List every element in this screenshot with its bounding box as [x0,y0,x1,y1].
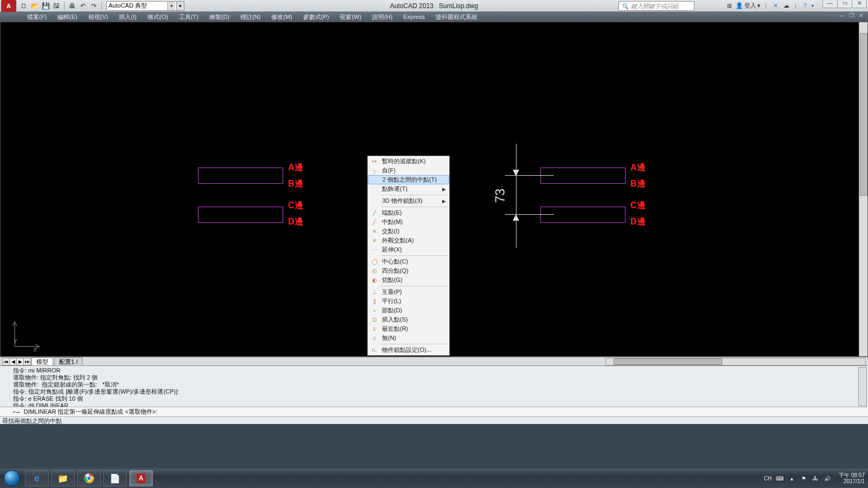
saveas-icon[interactable]: 🖫 [52,2,61,10]
save-icon[interactable]: 💾 [41,2,50,10]
new-icon[interactable]: 🗋 [20,2,28,10]
ctx-nearest[interactable]: ⅄最近點(R) [368,324,449,333]
tray-date: 2017/1/1 [839,478,865,484]
app-logo[interactable]: A [1,0,16,12]
tab-first-button[interactable]: ⏮ [2,358,10,365]
ctx-extension[interactable]: ⋯延伸(X) [368,245,449,254]
ctx-apparent-int[interactable]: ✕外觀交點(A) [368,236,449,245]
window-title: AutoCAD 2013 SumLisp.dwg [390,2,478,10]
center-icon: ◯ [370,258,379,266]
workspace-combo[interactable]: AutoCAD 典型 [106,1,177,11]
doc-minimize-button[interactable]: — [837,12,846,20]
tray-keyboard-icon[interactable]: ⌨ [776,474,783,482]
signin-button[interactable]: 👤 登入 ▾ [736,2,761,10]
ctx-3dosnap[interactable]: 3D 物件鎖點(3)▶ [368,196,449,206]
workspace-dropdown-button[interactable]: ▾ [177,1,184,11]
redo-icon[interactable]: ↷ [90,2,98,10]
tray-flag-icon[interactable]: ⚑ [800,474,807,482]
rect-right-bottom[interactable] [540,207,626,223]
ctx-endpoint[interactable]: ╱端點(E) [368,208,449,217]
help-icon[interactable]: ? [801,1,809,10]
tray-clock[interactable]: 下午 08:57 2017/1/1 [839,472,865,484]
rect-left-bottom[interactable] [198,207,283,223]
ctx-midbetween[interactable]: 2 個點之間的中點(T) [368,175,449,184]
ctx-insert[interactable]: ⊡插入點(S) [368,315,449,324]
ctx-sep [381,255,448,256]
taskbar-autocad[interactable]: A [129,470,153,486]
ctx-midpoint[interactable]: ╱中點(M) [368,217,449,227]
close-button[interactable]: ✕ [852,0,867,8]
ctx-temp-track[interactable]: ↦暫時的追蹤點(K) [368,157,449,166]
maximize-button[interactable]: ▭ [837,0,852,8]
scrollbar-thumb[interactable] [860,33,867,196]
doc-restore-button[interactable]: ❐ [846,12,856,20]
ctx-pointfilters[interactable]: 點飾選(T)▶ [368,184,449,194]
ctx-quadrant[interactable]: ◴四分點(Q) [368,266,449,275]
plot-icon[interactable]: 🖶 [68,2,76,10]
label-right-b: B邊 [630,178,646,190]
menu-parametric[interactable]: 參數式(P) [298,12,335,22]
ctx-osnap-settings[interactable]: n.物件鎖點設定(O)... [368,345,449,355]
taskbar-ie[interactable]: e [25,470,49,486]
menu-custom[interactable]: 捷科圖程式系統 [430,12,483,22]
undo-icon[interactable]: ↶ [79,2,87,10]
menu-express[interactable]: Express [398,12,430,22]
menu-file[interactable]: 檔案(F) [22,12,52,22]
ctx-from[interactable]: ┌自(F) [368,166,449,175]
taskbar-notepad[interactable]: 📄 [103,470,127,486]
ctx-perpendicular[interactable]: ⊥互垂(P) [368,287,449,297]
stayconnected-icon[interactable]: ☁ [782,1,790,10]
menu-modify[interactable]: 修改(M) [266,12,298,22]
menu-draw[interactable]: 繪製(D) [204,12,235,22]
ctx-node[interactable]: ∘節點(D) [368,306,449,315]
menu-insert[interactable]: 插入(I) [113,12,142,22]
ctx-none[interactable]: ⦸無(N) [368,333,449,343]
menu-format[interactable]: 格式(O) [142,12,174,22]
ctx-parallel[interactable]: ∥平行(L) [368,297,449,306]
exchange-icon[interactable]: ✕ [771,1,780,10]
workspace-combo-value: AutoCAD 典型 [108,2,147,10]
menu-dimension[interactable]: 標註(N) [235,12,266,22]
tab-next-button[interactable]: ▶ [16,358,24,365]
taskbar-explorer[interactable]: 📁 [51,470,75,486]
tab-model[interactable]: 模型 [31,357,53,365]
ctx-center[interactable]: ◯中心點(C) [368,257,449,266]
menu-view[interactable]: 檢視(V) [83,12,114,22]
menu-tools[interactable]: 工具(T) [174,12,204,22]
dim-vertical-line [516,144,516,248]
ctx-intersection[interactable]: ✕交點(I) [368,227,449,236]
infocenter-icon[interactable]: ⊞ [725,1,733,10]
tray-up-icon[interactable]: ▴ [788,474,795,482]
command-history-text: 指令: mi MIRROR 選取物件: 指定對角點: 找到 2 個 選取物件: … [13,367,179,407]
tray-network-icon[interactable]: 🖧 [812,474,819,482]
tab-last-button[interactable]: ⏭ [23,358,31,365]
quick-access-toolbar: 🗋 📂 💾 🖫 🖶 ↶ ↷ [20,2,103,10]
rect-left-top[interactable] [198,168,283,184]
scrollbar-thumb[interactable] [614,358,722,365]
menu-window[interactable]: 視窗(W) [334,12,367,22]
ime-indicator[interactable]: CH [764,474,771,482]
canvas-horizontal-scrollbar[interactable] [605,358,866,365]
doc-close-button[interactable]: ✕ [856,12,866,20]
start-button[interactable] [0,468,24,488]
menu-help[interactable]: 說明(H) [367,12,398,22]
taskbar-chrome[interactable] [77,470,101,486]
search-input[interactable]: 🔍鍵入關鍵字或詞組 [618,1,694,11]
menu-edit[interactable]: 編輯(E) [52,12,83,22]
rect-right-top[interactable] [540,168,626,184]
tab-prev-button[interactable]: ◀ [9,358,17,365]
open-icon[interactable]: 📂 [30,2,39,10]
nearest-icon: ⅄ [370,325,379,333]
tab-layout1[interactable]: 配置1 / [54,357,82,365]
status-bar: 尋找兩個點之間的中點 [0,416,868,424]
ctx-tangent[interactable]: ◐切點(G) [368,275,449,285]
extension-icon: ⋯ [370,246,379,254]
drawing-canvas[interactable]: A邊 B邊 C邊 D邊 A邊 B邊 C邊 D邊 73 YX ↦暫時的追蹤點(K)… [0,22,868,357]
canvas-vertical-scrollbar[interactable] [859,22,867,356]
cmdhist-scrollbar[interactable] [858,367,867,406]
minimize-button[interactable]: — [822,0,838,8]
tray-volume-icon[interactable]: 🔊 [824,474,831,482]
label-left-c: C邊 [288,200,303,211]
command-line[interactable]: ⌐‒ DIMLINEAR 指定第一條延伸線原點或 <選取物件>: [0,407,868,416]
command-history[interactable]: 指令: mi MIRROR 選取物件: 指定對角點: 找到 2 個 選取物件: … [0,365,868,407]
